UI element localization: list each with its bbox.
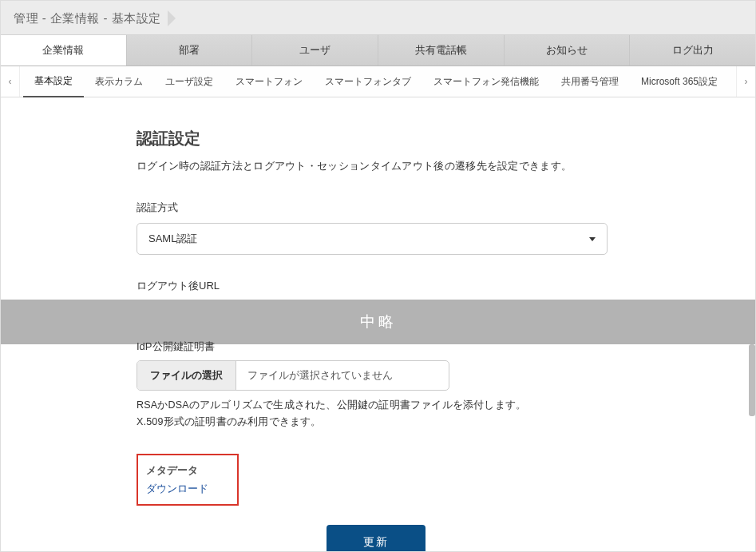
breadcrumb-arrow-icon: [168, 10, 176, 26]
tab-announcements[interactable]: お知らせ: [505, 35, 631, 66]
lower-content: IdP公開鍵証明書 ファイルの選択 ファイルが選択されていません RSAかDSA…: [1, 336, 755, 552]
content-area: 認証設定 ログイン時の認証方法とログアウト・セッションタイムアウト後の遷移先を設…: [1, 97, 755, 293]
file-input-row: ファイルの選択 ファイルが選択されていません: [137, 360, 449, 391]
subtab-smartphone[interactable]: スマートフォン: [224, 67, 314, 97]
logout-url-label: ログアウト後URL: [137, 279, 615, 293]
auth-method-selected: SAML認証: [148, 232, 197, 246]
breadcrumb-text: 管理 - 企業情報 - 基本設定: [14, 11, 161, 26]
subtab-display-columns[interactable]: 表示カラム: [84, 67, 154, 97]
tab-department[interactable]: 部署: [127, 35, 253, 66]
metadata-title: メタデータ: [146, 463, 208, 478]
secondary-tab-bar: ‹ 基本設定 表示カラム ユーザ設定 スマートフォン スマートフォンタブ スマー…: [1, 66, 755, 97]
caret-down-icon: [589, 237, 596, 241]
section-description: ログイン時の認証方法とログアウト・セッションタイムアウト後の遷移先を設定できます…: [137, 159, 615, 173]
file-status-text: ファイルが選択されていません: [236, 361, 449, 390]
primary-tab-bar: 企業情報 部署 ユーザ 共有電話帳 お知らせ ログ出力: [1, 35, 755, 66]
tab-shared-phonebook[interactable]: 共有電話帳: [378, 35, 505, 66]
download-link[interactable]: ダウンロード: [146, 483, 208, 494]
vertical-scrollbar[interactable]: [749, 344, 755, 416]
tab-company-info[interactable]: 企業情報: [1, 35, 127, 66]
scroll-left-button[interactable]: ‹: [1, 66, 20, 97]
subtab-m365-settings[interactable]: Microsoft 365設定: [630, 67, 729, 97]
breadcrumb: 管理 - 企業情報 - 基本設定: [14, 10, 176, 26]
metadata-box: メタデータ ダウンロード: [137, 454, 239, 506]
subtab-user-settings[interactable]: ユーザ設定: [154, 67, 224, 97]
subtab-basic-settings[interactable]: 基本設定: [23, 66, 84, 97]
section-title: 認証設定: [137, 128, 615, 149]
idp-cert-hint: RSAかDSAのアルゴリズムで生成された、公開鍵の証明書ファイルを添付します。 …: [137, 397, 615, 431]
auth-method-select[interactable]: SAML認証: [137, 223, 608, 255]
tab-user[interactable]: ユーザ: [252, 35, 378, 66]
update-button[interactable]: 更新: [327, 525, 425, 553]
scroll-right-button[interactable]: ›: [736, 66, 755, 97]
idp-cert-label: IdP公開鍵証明書: [137, 340, 615, 354]
subtab-shared-number[interactable]: 共用番号管理: [550, 67, 630, 97]
choose-file-button[interactable]: ファイルの選択: [137, 361, 236, 390]
subtab-smartphone-tab[interactable]: スマートフォンタブ: [314, 67, 422, 97]
tab-log-output[interactable]: ログ出力: [630, 35, 755, 66]
page-header: 管理 - 企業情報 - 基本設定: [1, 1, 755, 35]
subtab-smartphone-dial[interactable]: スマートフォン発信機能: [422, 67, 550, 97]
auth-method-label: 認証方式: [137, 201, 615, 215]
